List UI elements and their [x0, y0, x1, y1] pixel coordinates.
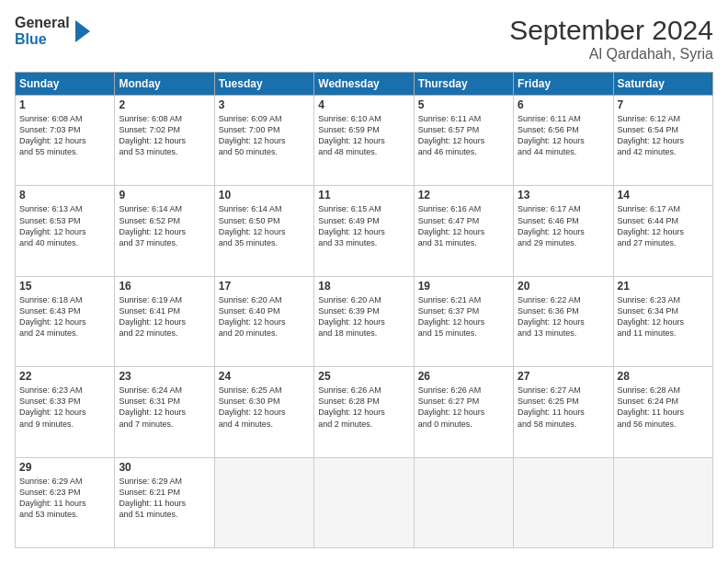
- svg-marker-0: [75, 20, 90, 42]
- calendar-week: 22Sunrise: 6:23 AM Sunset: 6:33 PM Dayli…: [16, 367, 713, 457]
- table-row: 25Sunrise: 6:26 AM Sunset: 6:28 PM Dayli…: [314, 367, 414, 457]
- table-row: 1Sunrise: 6:08 AM Sunset: 7:03 PM Daylig…: [16, 96, 115, 186]
- day-number: 3: [219, 98, 310, 111]
- day-content: Sunrise: 6:21 AM Sunset: 6:37 PM Dayligh…: [418, 294, 509, 339]
- table-row: 26Sunrise: 6:26 AM Sunset: 6:27 PM Dayli…: [414, 367, 513, 457]
- day-number: 1: [19, 98, 110, 111]
- day-content: Sunrise: 6:11 AM Sunset: 6:57 PM Dayligh…: [418, 113, 509, 158]
- table-row: 22Sunrise: 6:23 AM Sunset: 6:33 PM Dayli…: [16, 367, 115, 457]
- day-content: Sunrise: 6:26 AM Sunset: 6:27 PM Dayligh…: [418, 385, 509, 430]
- table-row: 29Sunrise: 6:29 AM Sunset: 6:23 PM Dayli…: [16, 457, 115, 547]
- col-wednesday: Wednesday: [314, 73, 414, 96]
- table-row: 20Sunrise: 6:22 AM Sunset: 6:36 PM Dayli…: [514, 276, 613, 366]
- day-content: Sunrise: 6:19 AM Sunset: 6:41 PM Dayligh…: [119, 294, 210, 339]
- logo-arrow-icon: [72, 17, 94, 46]
- table-row: 28Sunrise: 6:28 AM Sunset: 6:24 PM Dayli…: [613, 367, 712, 457]
- table-row: 27Sunrise: 6:27 AM Sunset: 6:25 PM Dayli…: [514, 367, 613, 457]
- day-content: Sunrise: 6:24 AM Sunset: 6:31 PM Dayligh…: [119, 385, 210, 430]
- day-content: Sunrise: 6:16 AM Sunset: 6:47 PM Dayligh…: [418, 203, 509, 248]
- month-title: September 2024: [509, 15, 713, 46]
- day-content: Sunrise: 6:23 AM Sunset: 6:34 PM Dayligh…: [618, 294, 709, 339]
- table-row: 3Sunrise: 6:09 AM Sunset: 7:00 PM Daylig…: [214, 96, 313, 186]
- table-row: 19Sunrise: 6:21 AM Sunset: 6:37 PM Dayli…: [414, 276, 513, 366]
- calendar-week: 29Sunrise: 6:29 AM Sunset: 6:23 PM Dayli…: [16, 457, 713, 547]
- day-number: 22: [19, 370, 110, 383]
- day-content: Sunrise: 6:20 AM Sunset: 6:39 PM Dayligh…: [318, 294, 409, 339]
- table-row: 18Sunrise: 6:20 AM Sunset: 6:39 PM Dayli…: [314, 276, 414, 366]
- day-content: Sunrise: 6:13 AM Sunset: 6:53 PM Dayligh…: [19, 203, 110, 248]
- table-row: [514, 457, 613, 547]
- col-sunday: Sunday: [16, 73, 115, 96]
- table-row: [214, 457, 313, 547]
- day-number: 23: [119, 370, 210, 383]
- col-monday: Monday: [115, 73, 214, 96]
- table-row: 13Sunrise: 6:17 AM Sunset: 6:46 PM Dayli…: [514, 186, 613, 276]
- day-content: Sunrise: 6:14 AM Sunset: 6:52 PM Dayligh…: [119, 203, 210, 248]
- day-content: Sunrise: 6:29 AM Sunset: 6:21 PM Dayligh…: [119, 476, 210, 521]
- day-number: 4: [318, 98, 409, 111]
- table-row: 12Sunrise: 6:16 AM Sunset: 6:47 PM Dayli…: [414, 186, 513, 276]
- day-content: Sunrise: 6:08 AM Sunset: 7:02 PM Dayligh…: [119, 113, 210, 158]
- day-number: 17: [219, 280, 310, 293]
- day-number: 2: [119, 98, 210, 111]
- col-thursday: Thursday: [414, 73, 513, 96]
- header-row: Sunday Monday Tuesday Wednesday Thursday…: [16, 73, 713, 96]
- day-number: 7: [618, 98, 709, 111]
- day-number: 21: [618, 280, 709, 293]
- day-content: Sunrise: 6:23 AM Sunset: 6:33 PM Dayligh…: [19, 385, 110, 430]
- day-number: 5: [418, 98, 509, 111]
- table-row: 7Sunrise: 6:12 AM Sunset: 6:54 PM Daylig…: [613, 96, 712, 186]
- table-row: 23Sunrise: 6:24 AM Sunset: 6:31 PM Dayli…: [115, 367, 214, 457]
- day-number: 25: [318, 370, 409, 383]
- table-row: [414, 457, 513, 547]
- title-block: September 2024 Al Qardahah, Syria: [509, 15, 713, 63]
- table-row: 5Sunrise: 6:11 AM Sunset: 6:57 PM Daylig…: [414, 96, 513, 186]
- calendar-table: Sunday Monday Tuesday Wednesday Thursday…: [15, 72, 713, 548]
- table-row: 9Sunrise: 6:14 AM Sunset: 6:52 PM Daylig…: [115, 186, 214, 276]
- table-row: 15Sunrise: 6:18 AM Sunset: 6:43 PM Dayli…: [16, 276, 115, 366]
- day-content: Sunrise: 6:10 AM Sunset: 6:59 PM Dayligh…: [318, 113, 409, 158]
- table-row: 8Sunrise: 6:13 AM Sunset: 6:53 PM Daylig…: [16, 186, 115, 276]
- day-number: 27: [518, 370, 609, 383]
- table-row: 6Sunrise: 6:11 AM Sunset: 6:56 PM Daylig…: [514, 96, 613, 186]
- day-number: 16: [119, 280, 210, 293]
- logo-blue: Blue: [15, 31, 70, 48]
- day-number: 12: [418, 189, 509, 201]
- page: General Blue September 2024 Al Qardahah,…: [0, 0, 728, 563]
- calendar-week: 8Sunrise: 6:13 AM Sunset: 6:53 PM Daylig…: [16, 186, 713, 276]
- table-row: 24Sunrise: 6:25 AM Sunset: 6:30 PM Dayli…: [214, 367, 313, 457]
- calendar-week: 1Sunrise: 6:08 AM Sunset: 7:03 PM Daylig…: [16, 96, 713, 186]
- day-content: Sunrise: 6:29 AM Sunset: 6:23 PM Dayligh…: [19, 476, 110, 521]
- table-row: 21Sunrise: 6:23 AM Sunset: 6:34 PM Dayli…: [613, 276, 712, 366]
- table-row: 10Sunrise: 6:14 AM Sunset: 6:50 PM Dayli…: [214, 186, 313, 276]
- location: Al Qardahah, Syria: [509, 46, 713, 63]
- day-number: 14: [618, 189, 709, 201]
- day-content: Sunrise: 6:22 AM Sunset: 6:36 PM Dayligh…: [518, 294, 609, 339]
- day-number: 20: [518, 280, 609, 293]
- day-number: 8: [19, 189, 110, 201]
- day-number: 28: [618, 370, 709, 383]
- day-content: Sunrise: 6:08 AM Sunset: 7:03 PM Dayligh…: [19, 113, 110, 158]
- day-number: 24: [219, 370, 310, 383]
- table-row: 17Sunrise: 6:20 AM Sunset: 6:40 PM Dayli…: [214, 276, 313, 366]
- day-number: 6: [518, 98, 609, 111]
- day-content: Sunrise: 6:25 AM Sunset: 6:30 PM Dayligh…: [219, 385, 310, 430]
- table-row: 30Sunrise: 6:29 AM Sunset: 6:21 PM Dayli…: [115, 457, 214, 547]
- day-number: 29: [19, 461, 110, 474]
- day-number: 18: [318, 280, 409, 293]
- day-content: Sunrise: 6:27 AM Sunset: 6:25 PM Dayligh…: [518, 385, 609, 430]
- table-row: 14Sunrise: 6:17 AM Sunset: 6:44 PM Dayli…: [613, 186, 712, 276]
- day-number: 15: [19, 280, 110, 293]
- day-content: Sunrise: 6:20 AM Sunset: 6:40 PM Dayligh…: [219, 294, 310, 339]
- logo-general: General: [15, 15, 70, 31]
- day-number: 11: [318, 189, 409, 201]
- day-content: Sunrise: 6:09 AM Sunset: 7:00 PM Dayligh…: [219, 113, 310, 158]
- day-content: Sunrise: 6:15 AM Sunset: 6:49 PM Dayligh…: [318, 203, 409, 248]
- day-content: Sunrise: 6:14 AM Sunset: 6:50 PM Dayligh…: [219, 203, 310, 248]
- day-number: 26: [418, 370, 509, 383]
- table-row: 11Sunrise: 6:15 AM Sunset: 6:49 PM Dayli…: [314, 186, 414, 276]
- day-number: 9: [119, 189, 210, 201]
- col-friday: Friday: [514, 73, 613, 96]
- day-content: Sunrise: 6:17 AM Sunset: 6:46 PM Dayligh…: [518, 203, 609, 248]
- day-content: Sunrise: 6:26 AM Sunset: 6:28 PM Dayligh…: [318, 385, 409, 430]
